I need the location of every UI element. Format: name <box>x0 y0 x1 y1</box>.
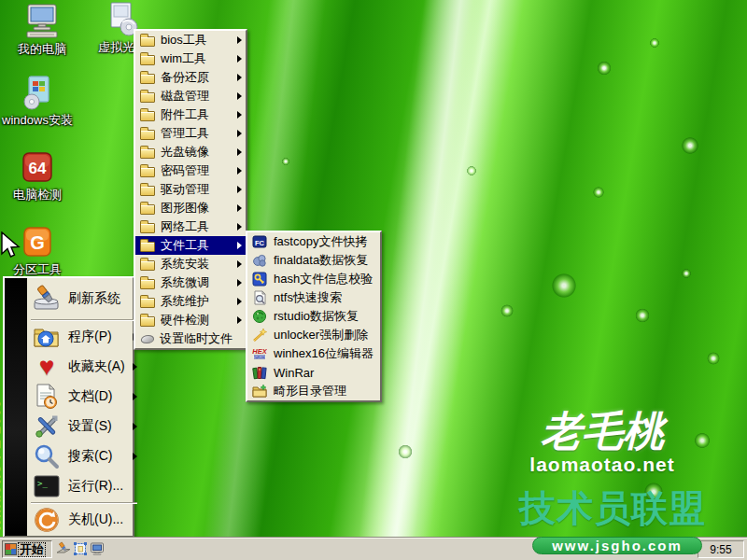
submenu-arrow-icon <box>237 36 242 44</box>
menu-item-label: 畸形目录管理 <box>274 383 346 399</box>
desktop-icon-my-computer[interactable]: 我的电脑 <box>6 4 78 58</box>
menu-item-accessory-tools[interactable]: 附件工具 <box>135 105 246 124</box>
union-domain-pill: www.jsgho.com <box>532 537 702 554</box>
menu-item-fastcopy[interactable]: FC fastcopy文件快拷 <box>247 232 380 251</box>
menu-item-winrar[interactable]: WinRar <box>247 363 380 382</box>
menu-item-driver-management[interactable]: 驱动管理 <box>135 180 246 199</box>
menu-item-cd-image[interactable]: 光盘镜像 <box>135 143 246 161</box>
menu-item-finaldata[interactable]: finaldata数据恢复 <box>247 251 380 270</box>
folder-icon <box>140 167 155 177</box>
menu-item-label: 系统安装 <box>161 256 209 273</box>
system-tray: 9:55 <box>698 540 744 558</box>
submenu-arrow-icon <box>237 167 242 175</box>
menu-item-label: winhex16位编辑器 <box>274 345 374 362</box>
menu-item-label: 驱动管理 <box>161 181 209 198</box>
submenu-arrow-icon <box>237 111 242 119</box>
start-menu-items: 刷新系统 程序(P) ♥ 收藏夹(A) <box>27 278 141 536</box>
folder-star-icon <box>252 384 267 399</box>
submenu-arrow-icon <box>133 393 137 400</box>
svg-text:64: 64 <box>29 160 47 177</box>
svg-text:SPORTS: SPORTS <box>253 356 267 359</box>
menu-item-label: fastcopy文件快拷 <box>274 233 367 250</box>
menu-item-password-management[interactable]: 密码管理 <box>135 161 246 180</box>
menu-item-disk-management[interactable]: 磁盘管理 <box>135 87 246 105</box>
folder-icon <box>140 260 155 271</box>
start-menu-item-label: 刷新系统 <box>68 290 120 307</box>
menu-item-label: wim工具 <box>161 50 206 67</box>
folder-icon <box>140 148 155 159</box>
desktop: 老毛桃 laomaotao.net 技术员联盟 www.jsgho.com 我的… <box>0 0 747 560</box>
menu-item-system-tweak[interactable]: 系统微调 <box>135 273 246 292</box>
folder-icon <box>140 223 155 233</box>
start-menu-item-run[interactable]: >_ 运行(R)... <box>27 471 141 501</box>
menu-item-label: bios工具 <box>161 32 207 49</box>
menu-item-file-tools[interactable]: 文件工具 <box>135 236 246 255</box>
menu-item-ntfs-search[interactable]: ntfs快速搜索 <box>247 288 380 307</box>
clock: 9:55 <box>710 543 731 556</box>
submenu-arrow-icon <box>237 186 242 193</box>
menu-item-admin-tools[interactable]: 管理工具 <box>135 124 246 143</box>
folder-icon <box>140 186 155 196</box>
submenu-arrow-icon <box>237 223 242 231</box>
submenu-arrow-icon <box>133 423 137 430</box>
submenu-arrow-icon <box>237 130 242 137</box>
menu-item-label: 附件工具 <box>161 106 209 123</box>
menu-item-label: 密码管理 <box>161 162 209 179</box>
rstudio-icon <box>252 309 267 324</box>
start-menu-item-shutdown[interactable]: 关机(U)... <box>27 505 141 535</box>
menu-item-label: 备份还原 <box>161 69 209 86</box>
menu-item-label: 系统微调 <box>161 274 209 291</box>
folder-icon <box>140 111 155 121</box>
menu-item-graphics[interactable]: 图形图像 <box>135 199 246 217</box>
menu-item-label: 管理工具 <box>161 125 209 142</box>
laomaotao-domain: laomaotao.net <box>502 454 702 476</box>
fastcopy-icon: FC <box>252 234 267 249</box>
start-menu-item-label: 运行(R)... <box>68 478 123 495</box>
start-menu-item-refresh-system[interactable]: 刷新系统 <box>27 279 141 318</box>
submenu-arrow-icon <box>237 92 242 100</box>
menu-item-backup-restore[interactable]: 备份还原 <box>135 68 246 87</box>
finaldata-icon <box>252 253 267 268</box>
start-menu-item-documents[interactable]: 文档(D) <box>27 382 141 412</box>
desktop-icon-windows-setup[interactable]: windows安装 <box>1 75 74 129</box>
pe-frame-icon[interactable] <box>73 541 88 556</box>
search-icon <box>33 442 61 470</box>
start-menu-item-label: 收藏夹(A) <box>68 358 125 375</box>
start-menu-item-search[interactable]: 搜索(C) <box>27 441 141 471</box>
desktop-icon-label: 我的电脑 <box>18 41 66 58</box>
start-menu-item-favorites[interactable]: ♥ 收藏夹(A) <box>27 352 141 382</box>
submenu-arrow-icon <box>237 316 242 324</box>
display-icon[interactable] <box>90 541 105 556</box>
menu-item-malformed-dir[interactable]: 畸形目录管理 <box>247 382 380 400</box>
show-desktop-icon[interactable] <box>56 541 71 556</box>
start-menu-item-settings[interactable]: 设置(S) <box>27 412 141 441</box>
settings-icon <box>33 413 61 441</box>
desktop-icon-hardware-test[interactable]: 64 电脑检测 <box>1 149 74 203</box>
menu-item-temp-file-settings[interactable]: 设置临时文件 <box>135 329 246 348</box>
submenu-arrow-icon <box>133 363 137 371</box>
folder-icon <box>140 55 155 65</box>
submenu-arrow-icon <box>133 453 137 460</box>
menu-item-network-tools[interactable]: 网络工具 <box>135 217 246 236</box>
start-menu-item-programs[interactable]: 程序(P) <box>27 322 141 352</box>
refresh-system-icon <box>33 285 61 313</box>
start-menu-banner: Windows PE 2003 <box>5 278 27 536</box>
menu-item-label: 设置临时文件 <box>160 330 233 347</box>
menu-item-bios-tools[interactable]: bios工具 <box>135 31 246 49</box>
menu-item-wim-tools[interactable]: wim工具 <box>135 49 246 68</box>
menu-item-label: ntfs快速搜索 <box>274 289 342 306</box>
menu-item-winhex[interactable]: HEXSPORTS winhex16位编辑器 <box>247 344 380 363</box>
folder-icon <box>140 279 155 289</box>
menu-item-system-maintenance[interactable]: 系统维护 <box>135 292 246 311</box>
svg-text:G: G <box>30 232 45 253</box>
menu-item-hash[interactable]: hash文件信息校验 <box>247 270 380 288</box>
menu-item-rstudio[interactable]: rstudio数据恢复 <box>247 307 380 326</box>
menu-item-hardware-detect[interactable]: 硬件检测 <box>135 311 246 329</box>
winhex-icon: HEXSPORTS <box>252 346 267 361</box>
menu-item-unlocker[interactable]: unlocker强制删除 <box>247 326 380 344</box>
start-button[interactable]: 开始 <box>2 540 52 558</box>
svg-text:HEX: HEX <box>252 347 267 356</box>
menu-item-system-install[interactable]: 系统安装 <box>135 255 246 273</box>
start-menu-item-label: 设置(S) <box>68 418 112 435</box>
start-menu-item-label: 关机(U)... <box>68 511 123 528</box>
